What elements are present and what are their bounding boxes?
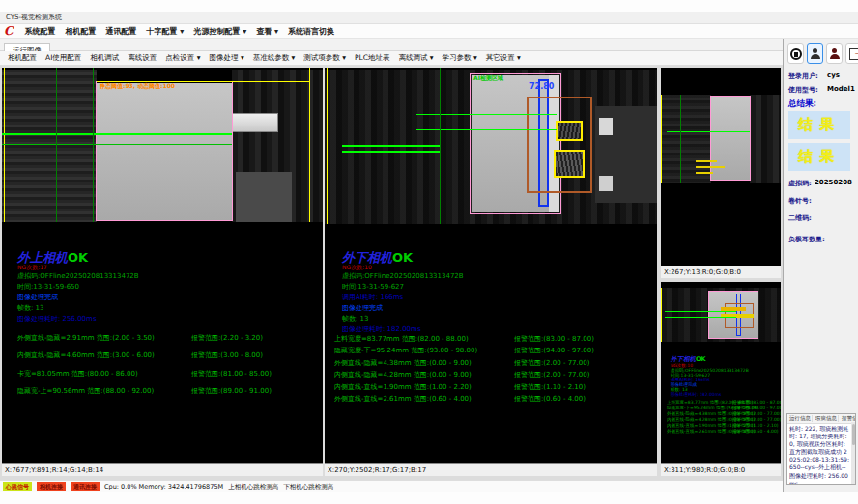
exit-button[interactable] (845, 43, 858, 64)
log-tab-run-info[interactable]: 运行信息 (788, 415, 813, 422)
log-tab-defect-info[interactable]: 瑕疵信息 (815, 415, 839, 422)
log-text: 耗时: 222, 瑕疵检测耗时: 17, 瑕疵分类耗时: 0, 瑕疵视联分区耗时… (787, 424, 855, 485)
log-tab-alarm-info[interactable]: 报警信息 (841, 415, 856, 422)
ai-measure-value: 72.80 (529, 82, 554, 91)
mini-alarm: 报警范围:(2.00 - 77.00) (732, 411, 781, 416)
frame-count-line: 帧数: 13 (17, 303, 44, 313)
tool-baseline-params[interactable]: 基准线参数 ▾ (253, 53, 296, 63)
measure-green-vline-1 (56, 68, 57, 222)
tool-camera-debug[interactable]: 相机调试 (90, 53, 119, 63)
measure-green-hline-2 (2, 133, 232, 135)
window-title: CYS-视觉检测系统 (6, 14, 62, 21)
measure-green-hline-1 (667, 126, 750, 126)
exit-door-icon (849, 48, 858, 60)
pixel-coords-bar: X:267;Y:13;R:0;G:0;B:0 (661, 266, 781, 278)
tool-plc-address-table[interactable]: PLC地址表 (355, 53, 389, 63)
measurement-row: 外侧直线-隐藏=2.91mm 范围:(2.00 - 3.50) (17, 333, 155, 343)
camera-canvas-upper-outer[interactable]: 静态阈值:93, 动态阈值:100 外上相机OK NG次数:17 虚拟码:OFF… (2, 68, 323, 463)
guide-yellow-vline-right (309, 68, 310, 222)
alarm-range: 报警范围:(81.00 - 85.00) (191, 369, 272, 378)
menu-camera-config[interactable]: 相机配置 (66, 26, 97, 37)
alarm-range: 报警范围:(94.00 - 97.00) (514, 346, 594, 355)
mini-alarm: 报警范围:(0.60 - 4.00) (732, 429, 779, 434)
guide-yellow-hline (97, 81, 309, 82)
menu-language-switch[interactable]: 系统语言切换 (288, 26, 334, 37)
barcode-line: 虚拟码:OFFline2025020813313472B (17, 271, 139, 281)
machine-highlight-1 (599, 118, 613, 135)
operator-mode-button[interactable] (807, 43, 823, 64)
camera-view-upper-outer[interactable]: 静态阈值:93, 动态阈值:100 外上相机OK NG次数:17 虚拟码:OFF… (2, 68, 323, 476)
heartbeat-status-badge: 心跳信号 (3, 482, 32, 491)
roi-threshold-label: 静态阈值:93, 动态阈值:100 (100, 82, 175, 91)
tool-test-item-params[interactable]: 测试项参数 ▾ (303, 53, 346, 63)
pause-button[interactable] (787, 43, 804, 64)
cpu-memory-readout: Cpu: 0.0% Memory: 3424.41796875M (104, 483, 223, 490)
app-screen: CYS-视觉检测系统 C 系统配置 相机配置 通讯配置 十字配置 ▾ 光源控制配… (0, 0, 858, 504)
qr-code-label: 二维码: (788, 213, 812, 223)
mini-alarm: 报警范围:(83.00 - 87.00) (732, 400, 781, 405)
login-user-value: cys (827, 71, 840, 79)
menu-cross-config[interactable]: 十字配置 ▾ (147, 26, 185, 37)
log-scrollbar[interactable] (851, 422, 855, 484)
virtual-code-label: 虚拟码: (788, 179, 812, 188)
thumb-canvas-1[interactable] (661, 68, 781, 266)
ai-roi-label: AI检测区域 (473, 74, 503, 83)
thumb-canvas-2[interactable]: 外下相机OK NG次数:10 虚拟码:OFFline20250208133134… (661, 282, 781, 463)
measure-green-hline-2 (416, 129, 557, 130)
alarm-range: 报警范围:(0.60 - 4.00) (514, 394, 586, 404)
measurement-row: 内侧直线-直线=1.90mm 范围:(1.00 - 2.20) (334, 382, 472, 392)
camera-canvas-lower-outer[interactable]: AI检测区域 72.80 外下相机OK NG次数:10 虚拟码:OFFline2… (325, 68, 657, 463)
admin-mode-button[interactable] (826, 43, 843, 64)
camera-name: 外上相机 (17, 250, 68, 265)
menu-system-config[interactable]: 系统配置 (25, 26, 56, 37)
model-value: Model1 (827, 85, 855, 93)
measure-green-vline-2 (93, 68, 94, 222)
camera-view-lower-outer[interactable]: AI检测区域 72.80 外下相机OK NG次数:10 虚拟码:OFFline2… (325, 68, 657, 476)
measure-green-vline (440, 68, 441, 224)
machine-block (236, 172, 292, 222)
log-box[interactable]: 运行信息 瑕疵信息 报警信息 耗时: 222, 瑕疵检测耗时: 17, 瑕疵分类… (786, 413, 856, 485)
alarm-range: 报警范围:(89.00 - 91.00) (191, 386, 272, 396)
tool-learning-params[interactable]: 学习参数 ▾ (443, 53, 477, 63)
pixel-coords-bar: X:7677;Y:891;R:14;G:14;B:14 (2, 463, 323, 476)
tiny-annotation-1 (696, 160, 717, 162)
spindle-number-label: 卷针号: (788, 196, 812, 206)
result-indicator-1: 结果 (788, 111, 850, 139)
status-bar: 心跳信号 相机连接 通讯连接 Cpu: 0.0% Memory: 3424.41… (0, 480, 783, 492)
time-line: 时间:13-31-59-627 (342, 282, 404, 292)
menu-comm-config[interactable]: 通讯配置 (106, 26, 137, 37)
alarm-range: 报警范围:(3.00 - 8.00) (191, 350, 263, 360)
connector-tab-image (232, 113, 278, 132)
measure-green-hline-1 (665, 311, 736, 312)
ai-elapsed-line: 调用AI耗时: 166ms (342, 293, 403, 302)
measurement-row: 内侧直线-隐藏=4.60mm 范围:(3.00 - 6.00) (17, 350, 155, 360)
virtual-code-value: 20250208 (815, 179, 852, 186)
pixel-coords-bar: X:270;Y:2502;R:17;G:17;B:17 (325, 463, 657, 476)
tool-camera-config[interactable]: 相机配置 (8, 53, 37, 63)
measure-green-hline-1 (2, 126, 232, 126)
tool-other-settings[interactable]: 其它设置 ▾ (486, 53, 521, 63)
roi-rect-pink (96, 81, 233, 221)
admin-user-icon (829, 47, 841, 60)
measurement-row: 内侧直线-隐藏=4.28mm 范围:(0.00 - 9.00) (334, 370, 472, 379)
tool-offline-debug[interactable]: 离线调试 ▾ (398, 53, 433, 63)
tool-spotcheck-settings[interactable]: 点检设置 ▾ (165, 53, 200, 63)
camera-status-ok: OK (68, 250, 88, 265)
process-done-line: 图像处理完成 (17, 293, 58, 302)
barcode-line: 虚拟码:OFFline2025020813313472B (342, 271, 464, 281)
mini-elapsed: 图像处理耗时: 182.00ms (671, 392, 721, 397)
menu-light-config[interactable]: 光源控制配置 ▾ (193, 26, 246, 37)
total-result-label: 总结果: (788, 98, 816, 110)
thumb-view-2[interactable]: 外下相机OK NG次数:10 虚拟码:OFFline20250208133134… (661, 282, 781, 476)
comm-connection-badge: 通讯连接 (71, 482, 100, 491)
menu-view[interactable]: 查看 ▾ (256, 26, 278, 37)
tool-offline-settings[interactable]: 离线设置 (128, 53, 157, 63)
login-user-label: 登录用户: (788, 71, 818, 81)
control-panel: 登录用户: cys 使用型号: Model1 总结果: 结果 结果 虚拟码: 2… (783, 39, 858, 492)
lower-camera-heartbeat: 下相机心跳检测高 (283, 483, 333, 491)
thumb-view-1[interactable]: X:267;Y:13;R:0;G:0;B:0 (661, 68, 781, 278)
tool-image-processing[interactable]: 图像处理 ▾ (210, 53, 244, 63)
log-tabs: 运行信息 瑕疵信息 报警信息 (787, 414, 855, 424)
guide-yellow-vline-left (4, 68, 5, 222)
tool-ai-usage-config[interactable]: AI使用配置 (45, 53, 81, 63)
